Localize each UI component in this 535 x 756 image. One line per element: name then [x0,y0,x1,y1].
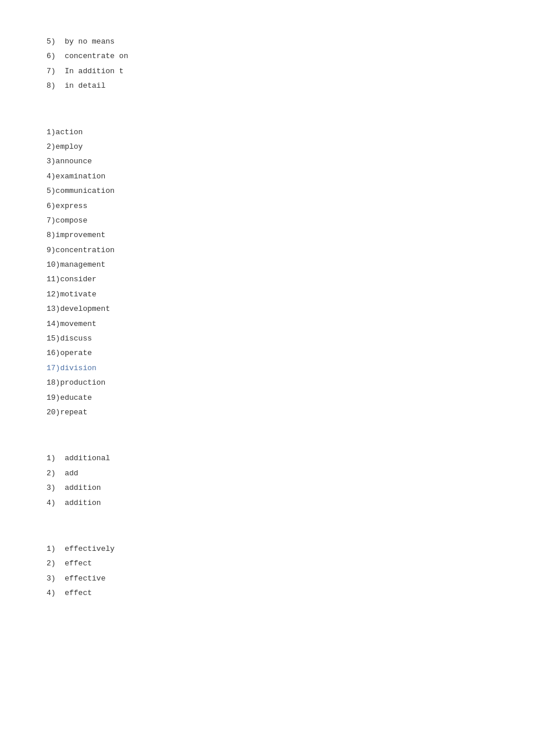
item-text: operate [60,349,92,357]
item-text: repeat [60,408,87,417]
item-num: 3) [47,574,56,583]
item-num: 8) [47,231,56,239]
list-item: 3)announce [47,155,488,168]
item-text: educate [60,393,92,402]
list-item: 3) effective [47,572,488,585]
item-text: discuss [60,334,92,343]
item-text: division [60,364,96,372]
item-num: 17) [47,364,60,372]
item-num: 12) [47,290,60,299]
list-item: 1) additional [47,452,488,465]
list-item: 8) in detail [47,79,488,92]
item-text: movement [60,320,96,328]
item-text: by no means [65,37,115,46]
item-num: 19) [47,393,60,402]
item-num: 11) [47,275,60,284]
item-num: 4) [47,589,56,597]
list-item: 8)improvement [47,228,488,242]
item-text: announce [56,157,92,166]
list-item: 6)express [47,199,488,213]
list-item: 4) addition [47,496,488,510]
list-item: 7)compose [47,214,488,227]
item-num: 2) [47,469,56,478]
list-item: 4)examination [47,170,488,183]
list-item: 13)development [47,302,488,316]
item-num: 6) [47,52,56,60]
item-num: 6) [47,202,56,210]
list-item: 3) addition [47,481,488,495]
list-item-blue: 17)division [47,361,488,375]
item-text: management [60,260,105,269]
item-num: 7) [47,67,56,76]
item-num: 7) [47,216,56,225]
item-text: effect [65,559,92,568]
item-num: 15) [47,334,60,343]
list-item: 4) effect [47,586,488,600]
item-text: addition [65,499,101,507]
item-num: 5) [47,187,56,195]
list-item: 10)management [47,258,488,271]
item-text: consider [60,275,96,284]
item-num: 4) [47,172,56,181]
item-text: examination [56,172,106,181]
section-4: 1) effectively 2) effect 3) effective 4)… [47,542,488,600]
item-num: 16) [47,349,60,357]
item-num: 4) [47,499,56,507]
item-text: concentration [56,246,115,255]
list-item: 2) add [47,467,488,480]
section-3: 1) additional 2) add 3) addition 4) addi… [47,452,488,510]
list-item: 15)discuss [47,332,488,345]
item-text: concentrate on [65,52,128,60]
list-item: 6) concentrate on [47,49,488,63]
item-text: motivate [60,290,96,299]
item-num: 1) [47,544,56,553]
item-num: 2) [47,559,56,568]
item-num: 13) [47,304,60,313]
item-text: employ [56,142,83,151]
item-text: production [60,378,105,387]
item-num: 3) [47,157,56,166]
item-num: 18) [47,378,60,387]
item-text: improvement [56,231,106,239]
item-text: addition [65,483,101,492]
item-text: express [56,202,88,210]
item-num: 9) [47,246,56,255]
list-item: 14)movement [47,317,488,331]
section-1: 5) by no means 6) concentrate on 7) In a… [47,35,488,93]
item-text: development [60,304,110,313]
item-num: 10) [47,260,60,269]
item-num: 2) [47,142,56,151]
list-item: 5) by no means [47,35,488,48]
list-item: 12)motivate [47,288,488,301]
list-item: 2)employ [47,140,488,153]
list-item: 1) effectively [47,542,488,556]
list-item: 2) effect [47,557,488,570]
item-text: add [65,469,78,478]
list-item: 16)operate [47,346,488,360]
list-item: 18)production [47,376,488,389]
list-item: 9)concentration [47,243,488,257]
item-text: additional [65,454,110,463]
list-item: 1)action [47,126,488,139]
item-num: 1) [47,454,56,463]
item-num: 3) [47,483,56,492]
item-text: effect [65,589,92,597]
item-text: in detail [65,81,105,90]
item-text: action [56,128,83,137]
section-2: 1)action 2)employ 3)announce 4)examinati… [47,126,488,420]
list-item: 19)educate [47,391,488,404]
item-num: 14) [47,320,60,328]
list-item: 20)repeat [47,406,488,419]
item-text: compose [56,216,88,225]
list-item: 7) In addition t [47,65,488,78]
item-text: In addition t [65,67,123,76]
item-text: communication [56,187,115,195]
item-num: 5) [47,37,56,46]
item-text: effective [65,574,105,583]
list-item: 5)communication [47,184,488,198]
list-item: 11)consider [47,273,488,286]
item-num: 1) [47,128,56,137]
item-num: 20) [47,408,60,417]
item-text: effectively [65,544,115,553]
item-num: 8) [47,81,56,90]
